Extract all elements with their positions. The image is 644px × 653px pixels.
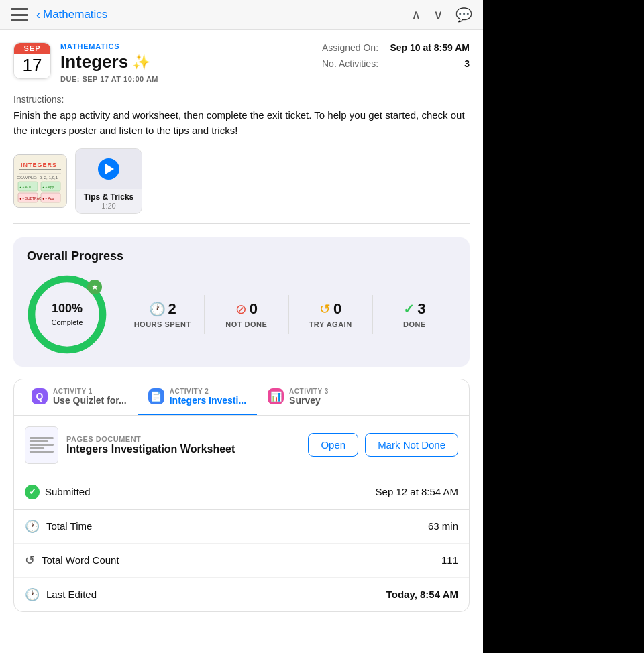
submitted-left: ✓ Submitted [25,485,91,499]
activity-1-name: Use Quizlet for... [53,395,127,406]
assigned-on-label: Assigned On: [322,42,378,53]
svg-text:INTEGERS: INTEGERS [21,162,57,168]
sidebar-toggle-button[interactable] [11,8,28,21]
activity-3-name: Survey [289,395,329,406]
total-time-row: 🕐 Total Time 63 min [14,510,469,544]
title-text: Integers [60,52,128,72]
doc-name: Integers Investigation Worksheet [66,443,300,455]
doc-line-4 [30,447,44,449]
calendar-day: 17 [14,54,50,78]
assignment-title: Integers ✨ [60,52,158,72]
svg-text:● − App: ● − App [42,196,54,200]
activity-2-content: PAGES DOCUMENT Integers Investigation Wo… [14,416,469,464]
not-done-stat: ⊘ 0 NOT DONE [205,295,288,334]
stat-top-hours: 🕐 2 [149,300,176,318]
donut-label: Complete [51,318,83,326]
donut-percent: 100% [51,301,83,315]
video-title: Tips & Tricks [84,192,133,202]
no-activities-label: No. Activities: [322,58,378,69]
back-button[interactable]: ‹ Mathematics [36,8,107,22]
activity-1-num: ACTIVITY 1 [53,388,127,395]
video-preview [76,149,142,189]
hours-spent-stat: 🕐 2 HOURS SPENT [121,295,205,334]
document-info: PAGES DOCUMENT Integers Investigation Wo… [66,435,300,455]
svg-text:● + App: ● + App [42,185,54,189]
main-content: SEP 17 MATHEMATICS Integers ✨ DUE: SEP 1… [0,30,483,653]
activities-section: Q ACTIVITY 1 Use Quizlet for... 📄 ACTIVI… [13,379,470,612]
activity-2-num: ACTIVITY 2 [170,388,246,395]
progress-title: Overall Progress [27,249,456,263]
submitted-row: ✓ Submitted Sep 12 at 8:54 AM [14,475,469,509]
video-info: Tips & Tricks 1:20 [79,189,138,213]
nav-right: ∧ ∨ 💬 [411,7,472,23]
doc-type-label: PAGES DOCUMENT [66,435,300,443]
integers-poster-attachment[interactable]: INTEGERS EXAMPLE: -3,-2,-1,0,1 ● + ADD ●… [13,154,67,208]
last-edited-row: 🕐 Last Edited Today, 8:54 AM [14,578,469,611]
comment-icon[interactable]: 💬 [455,7,472,23]
stats-row: 🕐 2 HOURS SPENT ⊘ 0 NOT DONE [121,295,456,334]
last-edited-value: Today, 8:54 AM [386,589,458,600]
open-button[interactable]: Open [308,433,358,457]
video-duration: 1:20 [84,202,133,210]
activity-3-icon: 📊 [268,388,284,404]
activity-2-label: ACTIVITY 2 Integers Investi... [170,388,246,406]
word-count-icon: ↺ [25,553,35,568]
progress-content: 100% Complete ★ 🕐 2 HOURS SPENT [27,274,456,355]
activity-3-label: ACTIVITY 3 Survey [289,388,329,406]
assigned-on-row: Assigned On: Sep 10 at 8:59 AM [322,42,470,53]
chevron-down-icon[interactable]: ∨ [433,7,443,23]
activity-tab-3[interactable]: 📊 ACTIVITY 3 Survey [257,379,339,415]
submitted-check-icon: ✓ [25,485,40,499]
submitted-date: Sep 12 at 8:54 AM [376,486,458,497]
total-time-label: Total Time [46,520,92,532]
instructions-label: Instructions: [13,94,470,105]
done-stat: ✓ 3 DONE [373,295,456,334]
overall-progress-card: Overall Progress 100% Complete ★ [13,237,470,367]
document-thumbnail [25,426,58,464]
svg-text:EXAMPLE: -3,-2,-1,0,1: EXAMPLE: -3,-2,-1,0,1 [17,176,58,180]
no-activities-row: No. Activities: 3 [322,58,470,69]
subject-label: MATHEMATICS [60,42,158,50]
stat-top-tryagain: ↺ 0 [319,300,341,318]
activity-2-icon: 📄 [148,388,164,404]
donut-center: 100% Complete [51,301,83,327]
header-right: Assigned On: Sep 10 at 8:59 AM No. Activ… [322,42,470,69]
document-row: PAGES DOCUMENT Integers Investigation Wo… [25,426,458,464]
assigned-on-value: Sep 10 at 8:59 AM [390,42,470,53]
activity-1-icon: Q [32,388,48,404]
total-time-icon: 🕐 [25,519,40,534]
top-navigation: ‹ Mathematics ∧ ∨ 💬 [0,0,483,30]
not-done-desc: NOT DONE [225,320,267,329]
stats-list: 🕐 Total Time 63 min ↺ Total Word Count 1… [14,509,469,611]
chevron-up-icon[interactable]: ∧ [411,7,421,23]
doc-thumb-lines [27,434,56,455]
document-actions: Open Mark Not Done [308,433,458,457]
mark-not-done-button[interactable]: Mark Not Done [365,433,458,457]
doc-line-2 [30,440,48,442]
hours-value: 2 [168,300,176,318]
word-count-left: ↺ Total Word Count [25,553,119,568]
attachments-row: INTEGERS EXAMPLE: -3,-2,-1,0,1 ● + ADD ●… [13,148,470,224]
no-activities-value: 3 [464,58,470,69]
activity-tab-2[interactable]: 📄 ACTIVITY 2 Integers Investi... [138,379,257,415]
assignment-info: MATHEMATICS Integers ✨ DUE: SEP 17 AT 10… [60,42,158,83]
progress-donut: 100% Complete ★ [27,274,107,355]
done-desc: DONE [403,320,426,329]
try-again-icon: ↺ [319,301,331,317]
not-done-value: 0 [250,300,258,318]
total-time-value: 63 min [428,520,458,532]
activities-tabs: Q ACTIVITY 1 Use Quizlet for... 📄 ACTIVI… [14,379,469,416]
integers-poster-svg: INTEGERS EXAMPLE: -3,-2,-1,0,1 ● + ADD ●… [14,155,66,207]
activity-2-name: Integers Investi... [170,395,246,406]
try-again-stat: ↺ 0 TRY AGAIN [289,295,373,334]
nav-left: ‹ Mathematics [11,8,107,22]
header-left: SEP 17 MATHEMATICS Integers ✨ DUE: SEP 1… [13,42,158,83]
instructions-text: Finish the app activity and worksheet, t… [13,107,470,139]
tips-tricks-video-attachment[interactable]: Tips & Tricks 1:20 [75,148,142,214]
word-count-value: 111 [441,554,458,566]
last-edited-icon: 🕐 [25,587,40,602]
total-time-left: 🕐 Total Time [25,519,92,534]
activity-tab-1[interactable]: Q ACTIVITY 1 Use Quizlet for... [21,379,138,415]
word-count-label: Total Word Count [42,554,119,566]
sparkle-icon: ✨ [132,54,150,71]
